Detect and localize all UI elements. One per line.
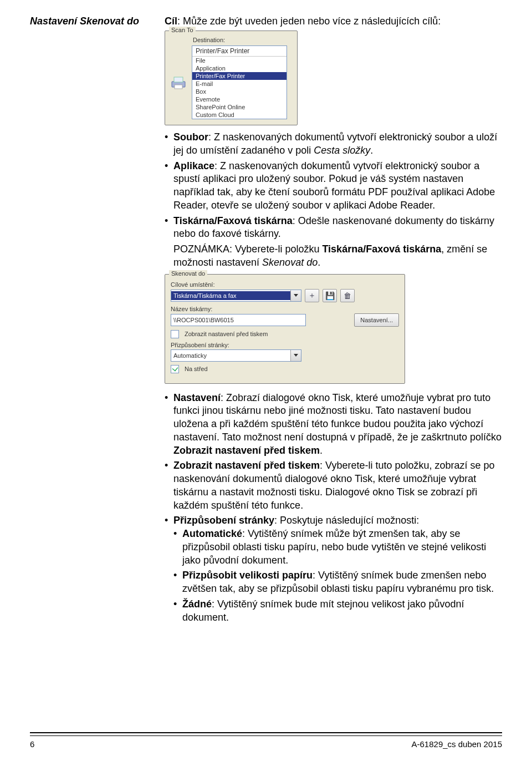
scan-to-groupbox: Scan To Destination: Printer/Fax Printer… <box>165 31 298 125</box>
heading-right: Cíl: Může zde být uveden jeden nebo více… <box>165 16 441 27</box>
body-text-2: Nastavení: Zobrazí dialogové okno Tisk, … <box>165 392 502 625</box>
page-number: 6 <box>30 739 34 749</box>
dest-value: Tiskárna/Tiskárna a fax <box>171 291 290 300</box>
section-heading: Nastavení Skenovat do Cíl: Může zde být … <box>30 16 502 27</box>
select-option[interactable]: SharePoint Online <box>192 103 287 111</box>
center-label: Na střed <box>185 366 208 372</box>
label: Nastavení... <box>360 317 393 323</box>
destination-label: Destination: <box>193 37 293 43</box>
emphasis: Skenovat do <box>262 257 318 268</box>
center-row: Na střed <box>171 365 399 373</box>
select-option[interactable]: Evernote <box>192 95 287 103</box>
heading-rest: : Může zde být uveden jeden nebo více z … <box>177 16 441 27</box>
select-option[interactable]: Application <box>192 64 287 72</box>
settings-button[interactable]: Nastavení... <box>354 313 399 327</box>
footer-rule <box>30 732 502 736</box>
bullet-aplikace: Aplikace: Z naskenovaných dokumentů vytv… <box>165 160 502 212</box>
printer-value: \\ROCPS001\BW6015 <box>173 317 234 323</box>
sub-prizpusobit: Přizpůsobit velikosti papíru: Vytištěný … <box>173 569 502 596</box>
text: . <box>370 145 373 156</box>
heading-bold: Cíl <box>165 16 177 27</box>
pagefit-combo[interactable]: Automaticky <box>171 349 301 362</box>
label: Zobrazit nastavení před tiskem <box>173 445 320 456</box>
screenshot-skenovat-do: Skenovat do Cílové umístění: Tiskárna/Ti… <box>165 274 502 384</box>
heading-left: Nastavení Skenovat do <box>30 16 155 27</box>
select-option[interactable]: Box <box>192 88 287 95</box>
chevron-down-icon <box>290 350 301 361</box>
show-before-print-checkbox[interactable] <box>171 330 179 338</box>
label: Automatické <box>182 528 242 539</box>
chevron-down-icon <box>290 290 301 301</box>
body-text-1: Soubor: Z naskenovaných dokumentů vytvoř… <box>165 131 502 270</box>
label: Přizpůsobení stránky <box>173 515 274 526</box>
text: Vyberete-li položku <box>235 243 322 255</box>
page-footer: 6 A-61829_cs duben 2015 <box>30 732 502 749</box>
printer-name-label: Název tiskárny: <box>171 306 399 312</box>
destination-selected: Printer/Fax Printer <box>192 46 287 57</box>
note-line: POZNÁMKA: Vyberete-li položku Tiskárna/F… <box>165 243 502 270</box>
label: Přizpůsobit velikosti papíru <box>182 570 313 581</box>
label: Tiskárna/Faxová tiskárna <box>173 215 293 226</box>
label: Nastavení <box>173 392 221 403</box>
groupbox-title: Skenovat do <box>169 270 207 277</box>
pagefit-label: Přizpůsobení stránky: <box>171 342 399 348</box>
add-button[interactable]: ＋ <box>305 289 319 302</box>
skenovat-do-groupbox: Skenovat do Cílové umístění: Tiskárna/Ti… <box>165 274 405 384</box>
svg-rect-2 <box>175 85 182 89</box>
note-lead: POZNÁMKA: <box>173 243 235 255</box>
screenshot-scan-to: Scan To Destination: Printer/Fax Printer… <box>165 31 502 125</box>
delete-button[interactable]: 🗑 <box>340 289 355 302</box>
label: Žádné <box>182 598 212 610</box>
text: . <box>320 445 323 456</box>
label: Soubor <box>173 131 208 143</box>
emphasis: Cesta složky <box>314 145 370 156</box>
printer-name-field[interactable]: \\ROCPS001\BW6015 <box>171 314 306 326</box>
save-button[interactable]: 💾 <box>323 289 337 302</box>
center-checkbox[interactable] <box>171 365 179 373</box>
dash-zobrazit: Zobrazit nastavení před tiskem: Vyberete… <box>165 459 502 512</box>
label: Zobrazit nastavení před tiskem <box>173 460 320 471</box>
text: . <box>318 257 320 268</box>
dash-prizpusobeni: Přizpůsobení stránky: Poskytuje následuj… <box>165 514 502 624</box>
dash-nastaveni: Nastavení: Zobrazí dialogové okno Tisk, … <box>165 392 502 458</box>
sub-zadne: Žádné: Vytištěný snímek bude mít stejnou… <box>173 598 502 625</box>
groupbox-title: Scan To <box>169 27 196 33</box>
svg-rect-1 <box>174 77 183 82</box>
label: Tiskárna/Faxová tiskárna <box>322 243 441 255</box>
dest-combo[interactable]: Tiskárna/Tiskárna a fax <box>171 290 301 302</box>
printer-icon <box>170 75 188 90</box>
text: : Z naskenovaných dokumentů vytvoří elek… <box>173 160 495 211</box>
select-option[interactable]: Custom Cloud <box>192 111 287 119</box>
document-page: Nastavení Skenovat do Cíl: Může zde být … <box>0 0 532 761</box>
show-before-print-label: Zobrazit nastavení před tiskem <box>185 331 268 337</box>
bullet-soubor: Soubor: Z naskenovaných dokumentů vytvoř… <box>165 131 502 158</box>
text: : Zobrazí dialogové okno Tisk, které umo… <box>173 392 502 443</box>
footer-right: A-61829_cs duben 2015 <box>412 739 502 749</box>
text: : Vytištěný snímek bude mít stejnou veli… <box>182 598 464 623</box>
show-before-print-row: Zobrazit nastavení před tiskem <box>171 330 399 338</box>
bullet-tiskarna: Tiskárna/Faxová tiskárna: Odešle naskeno… <box>165 215 502 241</box>
select-option[interactable]: Printer/Fax Printer <box>192 72 287 80</box>
text: : Poskytuje následující možnosti: <box>274 515 419 526</box>
sub-automaticke: Automatické: Vytištěný snímek může být z… <box>173 527 502 567</box>
select-option[interactable]: File <box>192 57 287 64</box>
pagefit-value: Automaticky <box>171 351 290 360</box>
select-option[interactable]: E-mail <box>192 80 287 88</box>
label: Aplikace <box>173 160 214 171</box>
dest-label: Cílové umístění: <box>171 281 399 288</box>
destination-select[interactable]: Printer/Fax Printer File Application Pri… <box>192 45 287 119</box>
